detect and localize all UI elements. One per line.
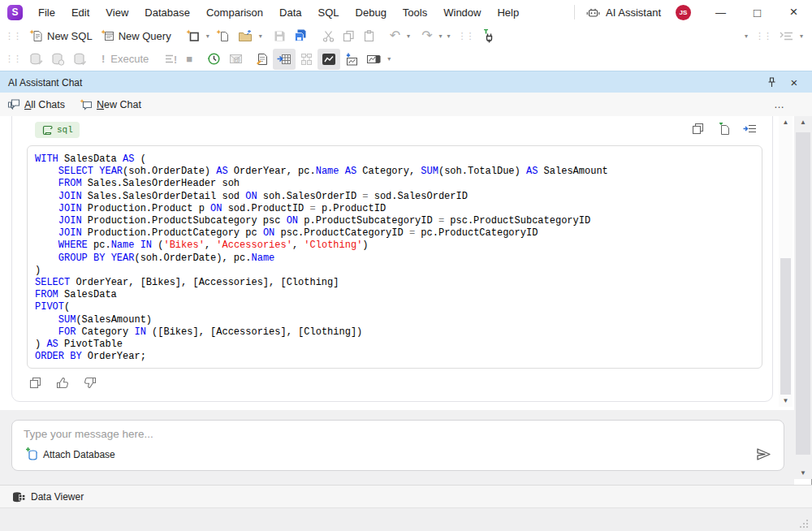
exec-toolbar-grip[interactable]: ⋮⋮ [0,54,25,64]
stop-button[interactable]: ■ [182,49,197,70]
all-chats-button[interactable]: All Chats [0,93,72,116]
new-document-icon [186,29,200,42]
chat-message-area: sql WITH SalesData AS ( SELECT YEAR(soh.… [0,116,812,410]
menu-sql[interactable]: SQL [310,0,348,24]
menu-window[interactable]: Window [435,0,489,24]
mail-at-icon: @ [229,53,243,65]
maximize-button[interactable]: □ [739,0,775,24]
panel-scroll-down-icon[interactable]: ▼ [800,467,806,479]
new-sql-button[interactable]: New SQL [25,25,97,46]
db-check-button[interactable] [69,49,91,70]
user-avatar-badge[interactable]: JS [676,5,691,20]
save-all-icon [294,29,308,42]
menu-edit[interactable]: Edit [63,0,97,24]
pivot-table-button[interactable] [273,49,296,70]
extra-caret[interactable]: ▾ [445,32,453,40]
save-all-button[interactable] [290,25,312,46]
import-chart-button[interactable] [340,49,362,70]
send-button[interactable] [753,443,774,464]
generate-script-icon [256,53,269,66]
resize-grip[interactable] [799,519,809,529]
close-button[interactable]: × [775,0,812,24]
undo-caret[interactable]: ▾ [404,32,412,40]
panel-header: AI Assistant Chat × [0,71,812,94]
scroll-down-icon[interactable]: ▼ [783,395,789,407]
new-document-button[interactable] [182,25,204,46]
message-scrollbar-track[interactable] [779,128,793,395]
panel-scrollbar[interactable]: ▲ ▼ [794,116,812,479]
database-check-icon [73,53,87,66]
open-file-button[interactable] [234,25,257,46]
send-mail-button[interactable]: @ [225,49,247,70]
menu-view[interactable]: View [97,0,136,24]
panel-scrollbar-thumb[interactable] [796,132,810,455]
new-query-button[interactable]: New Query [97,25,175,46]
assistant-message-bubble: sql WITH SalesData AS ( SELECT YEAR(soh.… [11,116,773,402]
menu-debug[interactable]: Debug [348,0,395,24]
new-chat-button[interactable]: New Chat [72,93,149,116]
chat-more-button[interactable]: … [769,98,789,110]
redo-caret[interactable]: ▾ [437,32,445,40]
toolbar-grip-2[interactable]: ⋮⋮ [453,31,478,41]
message-input-card[interactable]: Type your message here... Attach Databas… [11,420,784,471]
menu-database[interactable]: Database [136,0,198,24]
panel-scrollbar-track[interactable] [794,128,812,467]
ai-assistant-label: AI Assistant [606,6,661,19]
paste-button[interactable] [359,25,379,46]
panel-close-button[interactable]: × [783,74,806,92]
menubar-items: FileEditViewDatabaseComparisonDataSQLDeb… [30,0,527,24]
panel-scroll-up-icon[interactable]: ▲ [800,116,806,128]
new-file-button[interactable] [212,25,234,46]
message-input[interactable]: Type your message here... [24,428,153,440]
execute-script-button[interactable]: ! [161,49,182,70]
menu-help[interactable]: Help [489,0,527,24]
scroll-up-icon[interactable]: ▲ [783,116,789,128]
code-language-badge: sql [35,122,80,138]
chart-view-button[interactable] [317,49,340,70]
script-icon [41,124,53,136]
redo-button[interactable]: ↷ [417,25,436,46]
new-file-icon [216,29,230,42]
connect-button[interactable] [478,25,499,46]
thumbs-down-button[interactable] [83,375,97,390]
redo-icon: ↷ [421,30,432,41]
data-viewer-tab[interactable]: Data Viewer [4,486,92,508]
chart-database-button[interactable] [362,49,385,70]
db-refresh-button[interactable] [47,49,69,70]
thumbs-up-button[interactable] [55,375,70,390]
message-scrollbar[interactable]: ▲ ▼ [779,116,793,407]
copy-code-button[interactable] [689,120,706,136]
history-button[interactable] [203,49,225,70]
save-button[interactable] [270,25,290,46]
exec-toolbar-caret[interactable]: ▾ [385,55,393,63]
toolbar-overflow-caret-1[interactable]: ▾ [742,32,750,40]
toolbar-grip[interactable]: ⋮⋮ [0,31,25,41]
titlebar-separator [574,5,575,19]
save-icon [274,30,286,42]
generate-script-button[interactable] [252,49,273,70]
execute-button[interactable]: ! Execute [96,49,153,70]
menu-data[interactable]: Data [271,0,309,24]
menu-comparison[interactable]: Comparison [198,0,271,24]
menu-file[interactable]: File [30,0,63,24]
insert-into-editor-button[interactable] [741,120,758,136]
open-file-caret[interactable]: ▾ [257,32,265,40]
code-line: SUM(SalesAmount) [35,314,762,326]
pin-button[interactable] [760,74,783,92]
cut-button[interactable] [318,25,339,46]
toolbar-options-button[interactable] [775,25,797,46]
new-document-caret[interactable]: ▾ [204,32,212,40]
copy-response-button[interactable] [28,375,42,390]
minimize-button[interactable]: — [702,0,739,24]
query-builder-button[interactable] [296,49,317,70]
ai-assistant-button[interactable]: AI Assistant [580,6,667,19]
db-edit-button[interactable] [25,49,47,70]
message-scrollbar-thumb[interactable] [780,258,791,395]
attach-database-button[interactable]: Attach Database [22,446,119,463]
menu-tools[interactable]: Tools [395,0,435,24]
undo-button[interactable]: ↶ [386,25,404,46]
open-in-new-editor-button[interactable] [715,120,732,136]
copy-button[interactable] [339,25,359,46]
toolbar-overflow-caret-2[interactable]: ▾ [797,32,806,40]
toolbar-grip-3[interactable]: ⋮⋮ [750,31,775,41]
